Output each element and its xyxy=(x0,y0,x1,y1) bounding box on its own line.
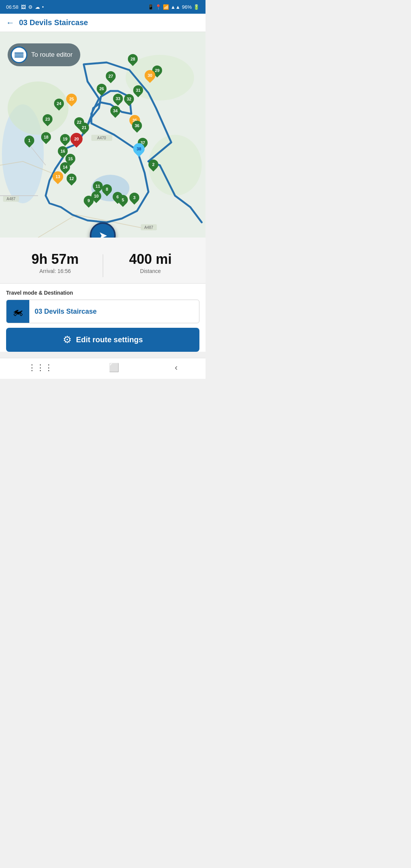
map-pin-24[interactable]: 24 xyxy=(54,99,64,108)
map-pin-26[interactable]: 26 xyxy=(97,84,107,94)
map-pin-34[interactable]: 34 xyxy=(110,106,120,116)
back-nav-icon[interactable]: ‹ xyxy=(175,363,177,373)
map-pin-3[interactable]: 3 xyxy=(129,193,139,203)
edit-route-label: Edit route settings xyxy=(76,335,143,344)
time-display: 06:58 xyxy=(6,4,19,10)
navigation-bar: ⋮⋮⋮ ⬜ ‹ xyxy=(0,358,206,379)
svg-rect-14 xyxy=(14,53,24,54)
map-pin-1[interactable]: 1 xyxy=(24,136,34,145)
map-pin-18[interactable]: 18 xyxy=(41,132,51,142)
map-container[interactable]: A470 A487 A487 To route editor 28 xyxy=(0,32,206,238)
motorcycle-car-icon: 🏍 xyxy=(13,305,23,318)
map-pin-12[interactable]: 12 xyxy=(67,174,76,183)
gear-icon: ⚙ xyxy=(63,334,72,346)
status-left: 06:58 🖼 ⚙ ☁ • xyxy=(6,4,44,10)
sim-icon: 📱 xyxy=(148,4,154,10)
map-pin-32[interactable]: 32 xyxy=(124,94,134,104)
map-pin-21[interactable]: 21 xyxy=(79,123,89,132)
map-pin-9[interactable]: 9 xyxy=(84,196,94,206)
distance-label: Distance xyxy=(103,268,198,274)
location-icon: 📍 xyxy=(155,4,161,10)
map-pin-13[interactable]: 13 xyxy=(53,171,63,182)
route-editor-label: To route editor xyxy=(31,51,73,59)
cloud-icon: ☁ xyxy=(35,4,40,10)
status-bar: 06:58 🖼 ⚙ ☁ • 📱 📍 📶 ▲▲ 96% 🔋 xyxy=(0,0,206,14)
map-pin-2[interactable]: 2 xyxy=(148,160,158,169)
map-pin-30[interactable]: 30 xyxy=(145,70,155,81)
photo-icon: 🖼 xyxy=(21,4,26,10)
destination-row[interactable]: 🏍 03 Devils Staircase xyxy=(6,300,199,323)
distance-value: 400 mi xyxy=(103,251,198,267)
arrival-time: Arrival: 16:56 xyxy=(8,268,103,274)
map-pin-36[interactable]: 36 xyxy=(132,121,142,131)
svg-rect-15 xyxy=(14,54,24,56)
battery-icon: 🔋 xyxy=(193,4,199,10)
route-editor-button[interactable]: To route editor xyxy=(8,43,80,66)
svg-text:A487: A487 xyxy=(144,225,153,230)
home-nav-icon[interactable]: ⬜ xyxy=(109,363,119,373)
map-pin-8[interactable]: 8 xyxy=(102,184,112,194)
edit-route-button[interactable]: ⚙ Edit route settings xyxy=(6,328,199,352)
svg-rect-16 xyxy=(14,56,24,57)
map-pin-27[interactable]: 27 xyxy=(106,71,116,81)
signal-icon: ▲▲ xyxy=(170,4,180,10)
travel-mode-icon: 🏍 xyxy=(6,300,29,323)
duration-section: 9h 57m Arrival: 16:56 xyxy=(8,251,103,274)
map-pin-33[interactable]: 33 xyxy=(113,94,123,104)
map-pin-11[interactable]: 11 xyxy=(93,181,103,191)
duration-value: 9h 57m xyxy=(8,251,103,267)
app-header: ← 03 Devils Staircase xyxy=(0,14,206,32)
destination-name: 03 Devils Staircase xyxy=(29,308,102,316)
battery-display: 96% xyxy=(182,4,192,10)
distance-section: 400 mi Distance xyxy=(103,251,198,274)
svg-text:A487: A487 xyxy=(6,197,16,201)
wifi-icon: 📶 xyxy=(163,4,169,10)
map-pin-25[interactable]: 25 xyxy=(66,94,77,104)
bottom-section: Travel mode & Destination 🏍 03 Devils St… xyxy=(0,284,206,352)
page-title: 03 Devils Staircase xyxy=(19,18,88,27)
map-pin-20[interactable]: 20 xyxy=(70,133,83,145)
info-panel: 9h 57m Arrival: 16:56 400 mi Distance xyxy=(0,238,206,284)
map-pin-19[interactable]: 19 xyxy=(60,134,70,144)
menu-nav-icon[interactable]: ⋮⋮⋮ xyxy=(28,363,53,373)
map-pin-14[interactable]: 14 xyxy=(60,162,70,172)
travel-mode-label: Travel mode & Destination xyxy=(6,290,199,296)
svg-text:A470: A470 xyxy=(97,136,106,140)
route-editor-icon xyxy=(11,46,27,63)
map-pin-31[interactable]: 31 xyxy=(133,85,143,95)
back-button[interactable]: ← xyxy=(6,19,14,27)
map-pin-23[interactable]: 23 xyxy=(43,114,53,124)
map-pin-5[interactable]: 5 xyxy=(118,195,128,205)
status-right: 📱 📍 📶 ▲▲ 96% 🔋 xyxy=(148,4,199,10)
dot-icon: • xyxy=(42,4,44,10)
settings-icon: ⚙ xyxy=(28,4,33,10)
compass-icon: ➤ xyxy=(99,229,107,238)
map-pin-38[interactable]: 38 xyxy=(133,143,145,155)
map-pin-28[interactable]: 28 xyxy=(128,54,138,64)
